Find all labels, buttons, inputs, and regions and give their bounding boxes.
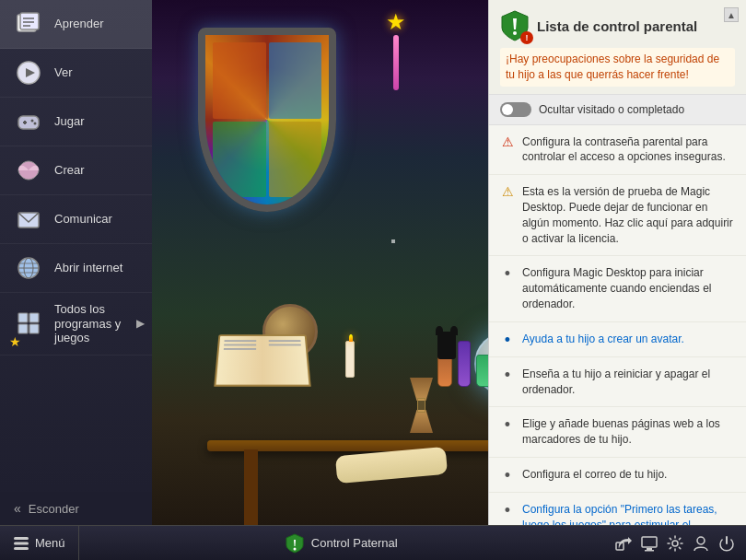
star-badge: ★ <box>9 334 21 349</box>
panel-items-list: ⚠Configura la contraseña parental para c… <box>489 125 746 525</box>
sidebar-jugar-label: Jugar <box>54 114 85 129</box>
svg-point-31 <box>672 541 678 546</box>
svg-rect-23 <box>14 537 29 540</box>
settings-icon[interactable] <box>665 533 685 554</box>
taskbar-center-label: Control Paternal <box>311 536 398 550</box>
sidebar-item-crear[interactable]: Crear <box>0 146 152 195</box>
esconder-label: Esconder <box>29 502 79 516</box>
sidebar-comunicar-label: Comunicar <box>54 212 112 227</box>
panel-item-2: •Configura Magic Desktop para iniciar au… <box>489 256 746 321</box>
todos-arrow-icon: ▶ <box>136 317 145 330</box>
hide-visited-row: Ocultar visitado o completado <box>489 95 746 125</box>
taskbar: Menú Control Paternal <box>0 525 746 560</box>
warn-bullet-icon: ⚠ <box>502 183 514 202</box>
crear-icon <box>14 156 43 185</box>
jugar-icon <box>14 107 43 136</box>
internet-icon <box>14 253 43 283</box>
svg-rect-19 <box>29 313 39 322</box>
sidebar-crear-label: Crear <box>54 163 85 178</box>
panel-item-1: ⚠Esta es la versión de prueba de Magic D… <box>489 175 746 256</box>
svg-rect-24 <box>14 542 29 544</box>
dot-bullet-icon: • <box>505 416 510 433</box>
panel-item-4: •Enseña a tu hijo a reiniciar y apagar e… <box>489 357 746 408</box>
svg-point-10 <box>31 120 34 122</box>
esconder-button[interactable]: « Esconder <box>0 492 152 525</box>
panel-item-7[interactable]: •Configura la opción "Primero las tareas… <box>489 493 746 525</box>
hide-visited-toggle[interactable] <box>500 102 531 117</box>
menu-label: Menú <box>35 536 65 550</box>
menu-button[interactable]: Menú <box>0 526 79 560</box>
panel-item-3: •Ayuda a tu hijo a crear un avatar. <box>489 322 746 357</box>
svg-point-11 <box>34 122 37 125</box>
person-icon[interactable] <box>691 533 711 554</box>
taskbar-right <box>604 526 746 560</box>
panel-item-link-3[interactable]: Ayuda a tu hijo a crear un avatar. <box>522 332 684 345</box>
ver-icon <box>14 58 43 88</box>
shield-taskbar-icon <box>286 533 304 554</box>
svg-point-32 <box>697 537 705 544</box>
share-icon[interactable] <box>613 533 634 554</box>
panel-item-link-7[interactable]: Configura la opción "Primero las tareas,… <box>522 503 717 525</box>
aprender-icon <box>14 9 43 39</box>
svg-rect-25 <box>14 547 29 550</box>
dot-blue-bullet-icon: • <box>505 332 510 348</box>
sidebar-internet-label: Abrir internet <box>54 261 122 275</box>
monitor-icon[interactable] <box>639 533 659 554</box>
panel-scroll-button[interactable]: ▲ <box>724 7 739 22</box>
panel-subtitle: ¡Hay preocupaciones sobre la seguridad d… <box>500 48 735 87</box>
sidebar: Aprender Ver Jugar <box>0 0 152 525</box>
taskbar-center[interactable]: Control Paternal <box>79 533 604 554</box>
svg-rect-18 <box>18 313 28 322</box>
sidebar-aprender-label: Aprender <box>54 17 103 31</box>
menu-icon <box>13 535 29 552</box>
dot-bullet-icon: • <box>505 265 510 282</box>
sidebar-item-aprender[interactable]: Aprender <box>0 0 152 49</box>
svg-point-22 <box>513 31 517 35</box>
error-bullet-icon: ⚠ <box>502 134 514 152</box>
parental-control-panel: ! Lista de control parental ▲ ¡Hay preoc… <box>488 0 746 525</box>
svg-rect-21 <box>29 324 39 333</box>
power-icon[interactable] <box>717 533 737 554</box>
sidebar-item-ver[interactable]: Ver <box>0 49 152 98</box>
panel-item-5: •Elige y añade buenas páginas web a los … <box>489 407 746 458</box>
sidebar-todos-label: Todos los programas y juegos <box>54 302 138 345</box>
sidebar-item-internet[interactable]: Abrir internet <box>0 244 152 293</box>
panel-item-6: •Configura el correo de tu hijo. <box>489 458 746 493</box>
panel-item-0: ⚠Configura la contraseña parental para c… <box>489 125 746 176</box>
comunicar-icon <box>14 204 43 234</box>
svg-point-26 <box>293 547 296 550</box>
shield-warning-icon: ! <box>500 9 530 42</box>
dot-bullet-icon: • <box>505 367 510 383</box>
dot-bullet-icon: • <box>505 467 510 484</box>
sidebar-ver-label: Ver <box>54 65 73 80</box>
sidebar-item-jugar[interactable]: Jugar <box>0 98 152 146</box>
svg-rect-30 <box>645 550 654 552</box>
svg-rect-1 <box>20 13 39 29</box>
panel-title: Lista de control parental <box>537 18 697 34</box>
hide-visited-label: Ocultar visitado o completado <box>539 103 684 116</box>
sidebar-item-todos[interactable]: Todos los programas y juegos ▶ ★ <box>0 293 152 356</box>
sidebar-item-comunicar[interactable]: Comunicar <box>0 195 152 244</box>
dot-link-bullet-icon: • <box>505 502 510 519</box>
svg-rect-28 <box>642 537 657 547</box>
panel-header: ! Lista de control parental ▲ ¡Hay preoc… <box>489 0 746 95</box>
svg-rect-20 <box>18 324 28 333</box>
esconder-arrow-icon: « <box>14 501 21 516</box>
